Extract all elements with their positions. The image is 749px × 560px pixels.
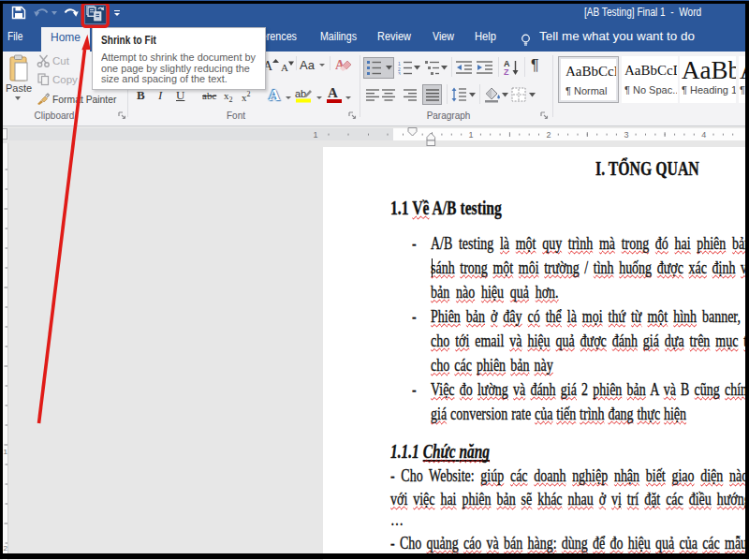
- svg-text:1: 1: [4, 448, 8, 456]
- svg-text:1: 1: [468, 130, 473, 140]
- svg-text:3: 3: [624, 130, 628, 140]
- svg-text:ab: ab: [295, 88, 306, 99]
- svg-text:1: 1: [313, 130, 317, 140]
- svg-text:4: 4: [701, 130, 706, 140]
- svg-text:2: 2: [4, 544, 8, 553]
- svg-text:3: 3: [398, 71, 401, 75]
- svg-text:2: 2: [546, 130, 551, 140]
- svg-text:Z: Z: [504, 67, 509, 76]
